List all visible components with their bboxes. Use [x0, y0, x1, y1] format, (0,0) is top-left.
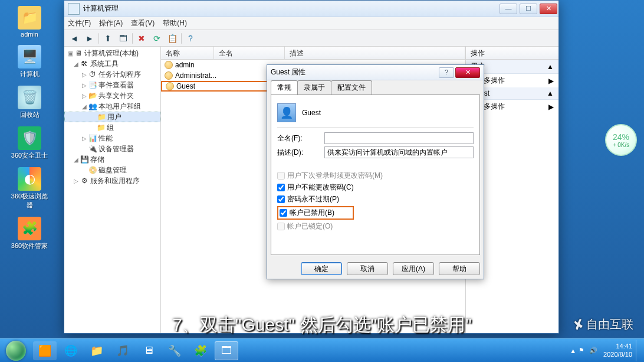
- mmc-title: 计算机管理: [83, 4, 119, 14]
- taskbar-app3[interactable]: 📁: [85, 341, 109, 360]
- cb-cannot-change-pw[interactable]: 用户不能更改密码(C): [277, 182, 474, 193]
- toolbar: ◄ ► ⬆ 🗔 ✖ ⟳ 📋 ?: [64, 30, 558, 47]
- browser360-label: 360极速浏览器: [9, 192, 50, 210]
- help-button[interactable]: 帮助: [439, 262, 480, 275]
- user-large-icon: 👤: [277, 103, 296, 122]
- cb-never-expire[interactable]: 密码永不过期(P): [277, 194, 474, 204]
- fullname-label: 全名(F):: [277, 133, 318, 144]
- tab-general[interactable]: 常规: [271, 80, 298, 94]
- taskbar-app6[interactable]: 🔧: [163, 341, 186, 360]
- desktop-icon-computer[interactable]: 🖥️ 计算机: [9, 45, 50, 79]
- up-icon[interactable]: ⬆: [101, 32, 114, 45]
- taskbar[interactable]: 🟧 🌐 📁 🎵 🖥 🔧 🧩 🗔 ▲ ⚑ 🔊 14:41 2020/8/10: [0, 338, 644, 362]
- nav-fwd-icon[interactable]: ►: [83, 32, 96, 45]
- menu-file[interactable]: 文件(F): [68, 18, 91, 28]
- desktop-icon-360browser[interactable]: ◐ 360极速浏览器: [9, 167, 50, 210]
- menu-action[interactable]: 操作(A): [99, 18, 123, 28]
- tree-services[interactable]: ▷⚙服务和应用程序: [64, 175, 160, 186]
- speed-rate: + 0K/s: [613, 142, 630, 148]
- refresh-icon[interactable]: ⟳: [150, 32, 163, 45]
- tab-member[interactable]: 隶属于: [297, 80, 331, 94]
- collapse-icon: ▲: [547, 89, 554, 97]
- tab-profile[interactable]: 配置文件: [331, 80, 372, 94]
- tree-localusers[interactable]: ◢👥本地用户和组: [64, 101, 160, 112]
- taskbar-app4[interactable]: 🎵: [111, 341, 134, 360]
- export-icon[interactable]: 📋: [166, 32, 179, 45]
- ok-button[interactable]: 确定: [301, 262, 342, 275]
- dialog-close-button[interactable]: ✕: [455, 67, 480, 78]
- tab-strip: 常规 隶属于 配置文件: [267, 80, 484, 94]
- dialog-button-row: 确定 取消 应用(A) 帮助: [267, 259, 484, 279]
- mmc-titlebar[interactable]: 计算机管理 — ☐ ✕: [64, 1, 558, 17]
- maximize-button[interactable]: ☐: [520, 4, 537, 14]
- list-header: 名称 全名 描述: [161, 47, 465, 60]
- dialog-username: Guest: [302, 109, 321, 117]
- tree-devmgr[interactable]: 🔌设备管理器: [64, 144, 160, 154]
- close-button[interactable]: ✕: [540, 4, 557, 14]
- actions-title: 操作: [466, 47, 558, 60]
- col-full[interactable]: 全名: [214, 47, 285, 59]
- tree-storage[interactable]: ◢💾存储: [64, 154, 160, 165]
- tree-diskmgr[interactable]: 📀磁盘管理: [64, 165, 160, 175]
- tray-icon-flag[interactable]: ⚑: [579, 347, 584, 354]
- tree-shared[interactable]: ▷📂共享文件夹: [64, 90, 160, 101]
- mmc-app-icon: [68, 3, 80, 15]
- tree-groups[interactable]: 📁组: [64, 122, 160, 133]
- delete-icon[interactable]: ✖: [135, 32, 148, 45]
- speed-widget[interactable]: 24% + 0K/s: [605, 124, 637, 156]
- dialog-titlebar[interactable]: Guest 属性 ? ✕: [267, 65, 484, 80]
- tree-users[interactable]: 📁用户: [64, 112, 160, 122]
- taskbar-tray[interactable]: ▲ ⚑ 🔊 14:41 2020/8/10: [570, 340, 644, 361]
- desc-label: 描述(D):: [277, 148, 318, 158]
- start-button[interactable]: [0, 339, 32, 363]
- tree-pane[interactable]: ▣🖥计算机管理(本地) ◢🛠系统工具 ▷⏱任务计划程序 ▷📑事件查看器 ▷📂共享…: [64, 47, 161, 333]
- speed-pct: 24%: [613, 132, 629, 142]
- tray-icon-net[interactable]: 🔊: [589, 347, 597, 354]
- show-desktop-button[interactable]: [636, 340, 640, 361]
- dialog-help-button[interactable]: ?: [439, 67, 454, 78]
- tree-eventviewer[interactable]: ▷📑事件查看器: [64, 80, 160, 90]
- tree-systools[interactable]: ◢🛠系统工具: [64, 58, 160, 69]
- nav-back-icon[interactable]: ◄: [68, 32, 81, 45]
- properties-icon[interactable]: 🗔: [117, 32, 130, 45]
- cb-account-disabled[interactable]: 帐户已禁用(B): [277, 206, 354, 220]
- cancel-button[interactable]: 取消: [347, 262, 388, 275]
- user-icon: [165, 61, 173, 69]
- taskbar-mmc[interactable]: 🗔: [215, 341, 238, 360]
- tray-icon[interactable]: ▲: [570, 347, 576, 354]
- apply-button[interactable]: 应用(A): [393, 262, 434, 275]
- mgr360-label: 360软件管家: [11, 242, 48, 250]
- taskbar-app7[interactable]: 🧩: [189, 341, 212, 360]
- fullname-input[interactable]: [324, 132, 474, 144]
- help-icon[interactable]: ?: [184, 32, 197, 45]
- clock-date: 2020/8/10: [603, 351, 632, 358]
- tab-panel-general: 👤 Guest 全名(F): 描述(D): 用户下次登录时须更改密码(M) 用户…: [271, 94, 480, 255]
- dialog-title: Guest 属性: [271, 67, 438, 77]
- tree-perf[interactable]: ▷📊性能: [64, 133, 160, 144]
- taskbar-app2[interactable]: 🌐: [59, 341, 83, 360]
- admin-label: admin: [21, 31, 38, 38]
- desktop-icons-column: 📁 admin 🖥️ 计算机 🗑️ 回收站 🛡️ 360安全卫士 ◐ 360极速…: [0, 0, 59, 337]
- desktop-icon-360mgr[interactable]: 🧩 360软件管家: [9, 217, 50, 250]
- clock-time: 14:41: [603, 343, 632, 350]
- menu-help[interactable]: 帮助(H): [163, 18, 187, 28]
- taskbar-app5[interactable]: 🖥: [137, 341, 160, 360]
- taskbar-app1[interactable]: 🟧: [33, 341, 57, 360]
- desktop-icon-360guard[interactable]: 🛡️ 360安全卫士: [9, 126, 50, 160]
- col-desc[interactable]: 描述: [285, 47, 465, 59]
- desktop-icon-recycle[interactable]: 🗑️ 回收站: [9, 86, 50, 119]
- menu-view[interactable]: 查看(V): [131, 18, 155, 28]
- minimize-button[interactable]: —: [500, 4, 517, 14]
- watermark-icon: ✘: [571, 315, 586, 334]
- tree-root[interactable]: ▣🖥计算机管理(本地): [64, 48, 160, 58]
- collapse-icon: ▲: [547, 63, 554, 71]
- desktop-icon-admin[interactable]: 📁 admin: [9, 6, 50, 38]
- cb-must-change-pw: 用户下次登录时须更改密码(M): [277, 171, 474, 181]
- tree-scheduler[interactable]: ▷⏱任务计划程序: [64, 69, 160, 80]
- guest-properties-dialog: Guest 属性 ? ✕ 常规 隶属于 配置文件 👤 Guest 全名(F): …: [267, 64, 484, 279]
- toolbar-sep2: [132, 33, 133, 44]
- col-name[interactable]: 名称: [161, 47, 214, 59]
- taskbar-clock[interactable]: 14:41 2020/8/10: [603, 343, 632, 358]
- desc-input[interactable]: [324, 146, 474, 158]
- cb-account-locked: 帐户已锁定(O): [277, 221, 474, 231]
